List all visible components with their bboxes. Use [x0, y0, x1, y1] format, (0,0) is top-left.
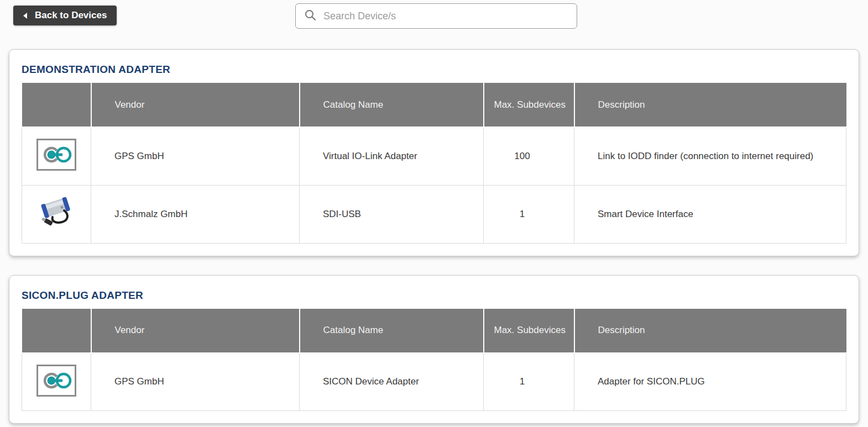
description-cell: Link to IODD finder (connection to inter…	[574, 127, 846, 185]
table-body: GPS GmbHVirtual IO-Link Adapter100Link t…	[22, 127, 846, 243]
search-input[interactable]	[322, 10, 568, 23]
adapter-table: VendorCatalog NameMax. SubdevicesDescrip…	[22, 309, 846, 412]
adapter-row[interactable]: GPS GmbHVirtual IO-Link Adapter100Link t…	[22, 127, 846, 185]
catalog-name-cell: SICON Device Adapter	[300, 353, 484, 411]
gps-co-logo-icon	[36, 365, 76, 399]
adapter-row[interactable]: GPS GmbHSICON Device Adapter1Adapter for…	[22, 353, 846, 411]
column-header-max-subdevices: Max. Subdevices	[484, 309, 574, 353]
toolbar: Back to Devices	[0, 0, 868, 49]
page: Back to Devices DEMONSTRATION ADAPTER Ve…	[0, 0, 868, 427]
chevron-left-icon	[23, 13, 27, 19]
catalog-name-cell: Virtual IO-Link Adapter	[300, 127, 484, 185]
column-header-catalog-name: Catalog Name	[300, 83, 484, 127]
column-header-max-subdevices: Max. Subdevices	[484, 83, 574, 127]
catalog-name-cell: SDI-USB	[300, 185, 484, 243]
section-title: DEMONSTRATION ADAPTER	[22, 63, 846, 76]
column-header-catalog-name: Catalog Name	[300, 309, 484, 353]
search-box[interactable]	[295, 3, 577, 29]
column-header-description: Description	[574, 309, 846, 353]
max-subdevices-cell: 1	[484, 353, 574, 411]
column-header-vendor: Vendor	[91, 83, 300, 127]
section-title: SICON.PLUG ADAPTER	[22, 289, 846, 302]
vendor-cell: GPS GmbH	[91, 127, 300, 185]
column-header-description: Description	[574, 83, 846, 127]
back-button-label: Back to Devices	[35, 10, 107, 21]
vendor-cell: GPS GmbH	[91, 353, 300, 411]
max-subdevices-cell: 100	[484, 127, 574, 185]
adapter-section-card: DEMONSTRATION ADAPTER VendorCatalog Name…	[9, 49, 859, 256]
back-to-devices-button[interactable]: Back to Devices	[13, 6, 117, 25]
sdi-usb-device-photo	[39, 196, 74, 232]
max-subdevices-cell: 1	[484, 185, 574, 243]
column-header-image	[22, 309, 91, 353]
column-header-image	[22, 83, 91, 127]
table-header-row: VendorCatalog NameMax. SubdevicesDescrip…	[22, 83, 846, 127]
vendor-image-cell	[22, 353, 91, 411]
adapter-row[interactable]: J.Schmalz GmbHSDI-USB1Smart Device Inter…	[22, 185, 846, 243]
table-body: GPS GmbHSICON Device Adapter1Adapter for…	[22, 353, 846, 411]
column-header-vendor: Vendor	[91, 309, 300, 353]
description-cell: Adapter for SICON.PLUG	[574, 353, 846, 411]
adapter-section-card: SICON.PLUG ADAPTER VendorCatalog NameMax…	[9, 275, 859, 424]
table-header-row: VendorCatalog NameMax. SubdevicesDescrip…	[22, 309, 846, 353]
sections-container: DEMONSTRATION ADAPTER VendorCatalog Name…	[0, 49, 868, 427]
description-cell: Smart Device Interface	[574, 185, 846, 243]
gps-co-logo-icon	[36, 139, 76, 173]
vendor-cell: J.Schmalz GmbH	[91, 185, 300, 243]
adapter-table: VendorCatalog NameMax. SubdevicesDescrip…	[22, 83, 846, 244]
search-icon	[304, 9, 316, 23]
vendor-image-cell	[22, 185, 91, 243]
vendor-image-cell	[22, 127, 91, 185]
